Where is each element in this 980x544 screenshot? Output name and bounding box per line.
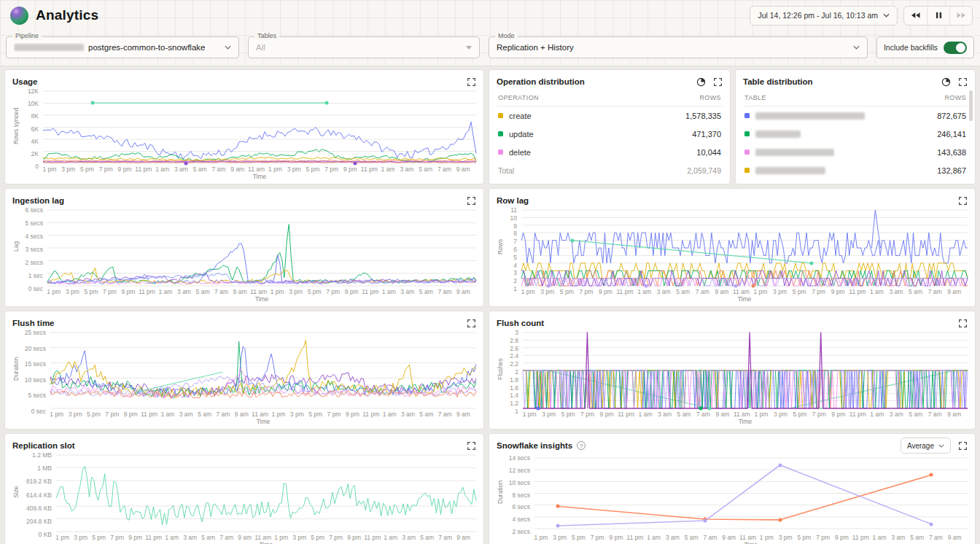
y-tick: 20 secs	[25, 345, 46, 352]
expand-icon[interactable]	[467, 196, 476, 206]
table-row: 143,638	[743, 143, 968, 161]
flush-count-card: Flush count Flushes 11.21.41.61.822.22.4…	[489, 311, 976, 430]
usage-title: Usage	[12, 77, 38, 86]
x-tick: 9 pm	[599, 288, 612, 295]
x-tick: 11 pm	[135, 166, 152, 173]
x-tick: 1 pm	[534, 534, 548, 541]
expand-icon[interactable]	[958, 196, 968, 206]
flush-time-card: Flush time Duration 0 sec5 secs10 secs15…	[4, 311, 484, 430]
y-tick: 0 sec	[31, 408, 46, 415]
series-color-dot	[744, 113, 750, 118]
y-tick: 1 MB	[37, 465, 52, 472]
tables-select[interactable]: Tables All	[248, 36, 480, 58]
pie-chart-icon[interactable]	[941, 77, 951, 87]
x-tick: 1 pm	[523, 411, 537, 418]
y-tick: 1.2 MB	[32, 451, 52, 459]
x-tick: 1 pm	[42, 166, 56, 173]
row-lag-plot	[521, 210, 968, 286]
row-value: 132,867	[937, 166, 966, 175]
x-tick: 11 pm	[361, 166, 378, 173]
y-axis: 11.21.41.61.822.22.42.62.83	[505, 330, 523, 408]
x-tick: 9 am	[947, 288, 961, 295]
x-tick: 5 am	[909, 411, 922, 418]
x-tick: 9 am	[238, 534, 252, 541]
y-tick: 1 sec	[28, 272, 43, 279]
x-tick: 9 pm	[610, 534, 623, 541]
x-tick: 9 am	[230, 166, 244, 173]
x-tick: 7 pm	[326, 288, 340, 295]
x-tick: 7 am	[212, 166, 226, 173]
x-tick: 5 pm	[797, 534, 811, 541]
y-tick: 4 secs	[512, 516, 530, 523]
expand-icon[interactable]	[958, 77, 968, 87]
expand-icon[interactable]	[958, 441, 968, 451]
y-tick: 7	[513, 238, 517, 245]
x-tick: 7 pm	[110, 534, 124, 541]
x-tick: 7 pm	[324, 166, 338, 173]
y-tick: 3	[515, 329, 518, 336]
mode-select[interactable]: Mode Replication + History	[489, 36, 868, 58]
redacted-text	[755, 112, 865, 120]
y-axis-label: Flushes	[497, 330, 505, 408]
help-icon[interactable]: ?	[577, 441, 586, 450]
pause-button[interactable]	[927, 7, 949, 25]
fast-forward-button[interactable]	[949, 7, 972, 25]
series-color-dot	[744, 149, 750, 155]
data-point-marker	[778, 463, 782, 467]
y-tick: 1.8	[510, 376, 518, 384]
y-tick: 5	[513, 254, 517, 261]
y-tick: 1.2	[510, 400, 518, 407]
expand-icon[interactable]	[713, 77, 723, 87]
dropdown-arrow-icon	[466, 46, 472, 50]
y-tick: 204.8 KB	[26, 518, 52, 525]
column-header: TABLE	[744, 94, 766, 101]
x-axis: 1 pm3 pm5 pm7 pm9 pm11 pm1 am3 am5 am7 a…	[523, 408, 968, 418]
x-tick: 7 am	[214, 288, 228, 295]
x-tick: 3 pm	[61, 166, 75, 173]
y-tick: 1.4	[510, 392, 518, 399]
expand-icon[interactable]	[958, 319, 968, 328]
flush-time-title: Flush time	[12, 319, 55, 327]
rewind-button[interactable]	[904, 7, 927, 25]
x-tick: 5 pm	[84, 288, 98, 295]
x-tick: 3 am	[891, 534, 905, 541]
x-tick: 9 am	[235, 411, 249, 418]
row-name: create	[509, 112, 532, 120]
aggregation-value: Average	[907, 442, 934, 450]
x-tick: 11 am	[254, 534, 271, 541]
page-title: Analytics	[36, 7, 98, 23]
x-axis: 1 pm3 pm5 pm7 pm9 pm11 pm1 am3 am5 am7 a…	[534, 532, 968, 541]
column-header: ROWS	[944, 94, 966, 101]
x-tick: 9 am	[456, 288, 470, 295]
x-tick: 5 pm	[793, 411, 806, 418]
x-tick: 7 pm	[580, 411, 594, 418]
x-tick: 11 pm	[364, 534, 381, 541]
x-tick: 11 pm	[145, 534, 162, 541]
aggregation-select[interactable]: Average	[901, 438, 951, 454]
scrollbar[interactable]	[969, 90, 973, 121]
x-tick: 11 pm	[626, 534, 643, 541]
ingestion-lag-plot	[47, 210, 476, 286]
x-tick: 9 am	[948, 534, 962, 541]
include-backfills-toggle[interactable]	[944, 42, 967, 54]
flush-count-title: Flush count	[497, 319, 544, 327]
expand-icon[interactable]	[467, 441, 476, 451]
pipeline-select[interactable]: Pipeline postgres-common-to-snowflake	[6, 36, 239, 58]
replication-slot-plot	[56, 455, 476, 532]
x-tick: 1 pm	[55, 534, 69, 541]
x-tick: 1 am	[870, 288, 884, 295]
expand-icon[interactable]	[467, 77, 476, 87]
x-tick: 9 pm	[343, 166, 357, 173]
date-range-button[interactable]: Jul 14, 12:26 pm - Jul 16, 10:13 am	[750, 6, 898, 26]
x-tick: 7 pm	[812, 288, 825, 295]
x-tick: 9 am	[715, 288, 728, 295]
pipeline-value: postgres-common-to-snowflake	[88, 43, 205, 52]
expand-icon[interactable]	[467, 319, 476, 328]
y-axis: 0 sec5 secs10 secs15 secs20 secs25 secs	[21, 330, 50, 408]
x-tick: 1 pm	[274, 534, 288, 541]
x-tick: 1 am	[165, 534, 179, 541]
row-value: 872,675	[937, 112, 966, 120]
x-tick: 1 am	[159, 288, 173, 295]
snowflake-insights-card: Snowflake insights ? Average Duration 2 …	[489, 433, 976, 544]
pie-chart-icon[interactable]	[696, 77, 706, 87]
